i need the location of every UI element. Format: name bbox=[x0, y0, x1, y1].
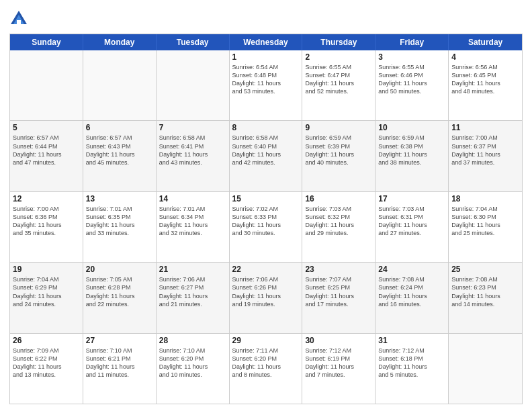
day-number: 13 bbox=[86, 194, 153, 203]
calendar-body: 1Sunrise: 6:54 AM Sunset: 6:48 PM Daylig… bbox=[10, 50, 522, 404]
day-info: Sunrise: 6:59 AM Sunset: 6:39 PM Dayligh… bbox=[305, 134, 372, 167]
day-info: Sunrise: 7:04 AM Sunset: 6:29 PM Dayligh… bbox=[13, 275, 80, 308]
day-cell-23: 23Sunrise: 7:07 AM Sunset: 6:25 PM Dayli… bbox=[302, 263, 375, 332]
day-number: 30 bbox=[305, 336, 372, 345]
day-cell-31: 31Sunrise: 7:12 AM Sunset: 6:18 PM Dayli… bbox=[375, 334, 449, 404]
day-cell-28: 28Sunrise: 7:10 AM Sunset: 6:20 PM Dayli… bbox=[157, 334, 230, 404]
day-number: 24 bbox=[378, 265, 445, 274]
day-number: 10 bbox=[378, 123, 445, 132]
day-number: 8 bbox=[232, 123, 300, 132]
day-number: 12 bbox=[13, 194, 80, 203]
day-number: 31 bbox=[378, 336, 445, 345]
day-info: Sunrise: 6:58 AM Sunset: 6:40 PM Dayligh… bbox=[232, 134, 300, 167]
day-info: Sunrise: 7:10 AM Sunset: 6:21 PM Dayligh… bbox=[86, 347, 153, 379]
day-cell-1: 1Sunrise: 6:54 AM Sunset: 6:48 PM Daylig… bbox=[230, 50, 303, 120]
day-number: 7 bbox=[159, 123, 226, 132]
day-number: 14 bbox=[159, 194, 226, 203]
day-cell-21: 21Sunrise: 7:06 AM Sunset: 6:27 PM Dayli… bbox=[157, 263, 230, 332]
empty-cell bbox=[449, 334, 522, 404]
day-cell-7: 7Sunrise: 6:58 AM Sunset: 6:41 PM Daylig… bbox=[157, 121, 230, 191]
header-day-saturday: Saturday bbox=[449, 34, 522, 50]
day-info: Sunrise: 7:05 AM Sunset: 6:28 PM Dayligh… bbox=[86, 275, 153, 308]
header-day-friday: Friday bbox=[375, 34, 449, 50]
day-cell-12: 12Sunrise: 7:00 AM Sunset: 6:36 PM Dayli… bbox=[10, 192, 83, 262]
day-info: Sunrise: 6:55 AM Sunset: 6:46 PM Dayligh… bbox=[378, 63, 445, 96]
day-info: Sunrise: 7:10 AM Sunset: 6:20 PM Dayligh… bbox=[159, 347, 226, 379]
day-number: 27 bbox=[86, 336, 153, 345]
day-info: Sunrise: 7:11 AM Sunset: 6:20 PM Dayligh… bbox=[232, 347, 300, 379]
day-info: Sunrise: 6:57 AM Sunset: 6:43 PM Dayligh… bbox=[86, 134, 153, 167]
day-cell-30: 30Sunrise: 7:12 AM Sunset: 6:19 PM Dayli… bbox=[302, 334, 375, 404]
empty-cell bbox=[157, 50, 230, 120]
day-info: Sunrise: 7:06 AM Sunset: 6:26 PM Dayligh… bbox=[232, 275, 300, 308]
day-info: Sunrise: 7:01 AM Sunset: 6:34 PM Dayligh… bbox=[159, 205, 226, 238]
calendar-header: SundayMondayTuesdayWednesdayThursdayFrid… bbox=[10, 34, 522, 50]
day-cell-6: 6Sunrise: 6:57 AM Sunset: 6:43 PM Daylig… bbox=[83, 121, 157, 191]
day-number: 5 bbox=[13, 123, 80, 132]
day-info: Sunrise: 7:12 AM Sunset: 6:19 PM Dayligh… bbox=[305, 347, 372, 379]
logo bbox=[9, 9, 30, 28]
calendar-row-3: 12Sunrise: 7:00 AM Sunset: 6:36 PM Dayli… bbox=[10, 192, 522, 263]
day-number: 20 bbox=[86, 265, 153, 274]
day-number: 16 bbox=[305, 194, 372, 203]
day-info: Sunrise: 6:57 AM Sunset: 6:44 PM Dayligh… bbox=[13, 134, 80, 167]
day-number: 26 bbox=[13, 336, 80, 345]
day-number: 11 bbox=[451, 123, 519, 132]
day-info: Sunrise: 7:08 AM Sunset: 6:23 PM Dayligh… bbox=[451, 275, 519, 308]
day-info: Sunrise: 7:01 AM Sunset: 6:35 PM Dayligh… bbox=[86, 205, 153, 238]
day-info: Sunrise: 7:12 AM Sunset: 6:18 PM Dayligh… bbox=[378, 347, 445, 379]
header-day-sunday: Sunday bbox=[10, 34, 83, 50]
day-number: 17 bbox=[378, 194, 445, 203]
day-cell-5: 5Sunrise: 6:57 AM Sunset: 6:44 PM Daylig… bbox=[10, 121, 83, 191]
day-number: 22 bbox=[232, 265, 300, 274]
day-info: Sunrise: 7:07 AM Sunset: 6:25 PM Dayligh… bbox=[305, 275, 372, 308]
day-cell-25: 25Sunrise: 7:08 AM Sunset: 6:23 PM Dayli… bbox=[449, 263, 522, 332]
calendar-row-5: 26Sunrise: 7:09 AM Sunset: 6:22 PM Dayli… bbox=[10, 334, 522, 404]
header-day-monday: Monday bbox=[83, 34, 157, 50]
day-cell-20: 20Sunrise: 7:05 AM Sunset: 6:28 PM Dayli… bbox=[83, 263, 157, 332]
day-number: 1 bbox=[232, 52, 300, 62]
day-info: Sunrise: 7:02 AM Sunset: 6:33 PM Dayligh… bbox=[232, 205, 300, 238]
day-number: 3 bbox=[378, 52, 445, 62]
calendar-row-1: 1Sunrise: 6:54 AM Sunset: 6:48 PM Daylig… bbox=[10, 50, 522, 121]
day-info: Sunrise: 7:08 AM Sunset: 6:24 PM Dayligh… bbox=[378, 275, 445, 308]
day-cell-14: 14Sunrise: 7:01 AM Sunset: 6:34 PM Dayli… bbox=[157, 192, 230, 262]
day-number: 21 bbox=[159, 265, 226, 274]
day-cell-8: 8Sunrise: 6:58 AM Sunset: 6:40 PM Daylig… bbox=[230, 121, 303, 191]
day-cell-17: 17Sunrise: 7:03 AM Sunset: 6:31 PM Dayli… bbox=[375, 192, 449, 262]
day-cell-19: 19Sunrise: 7:04 AM Sunset: 6:29 PM Dayli… bbox=[10, 263, 83, 332]
day-info: Sunrise: 6:56 AM Sunset: 6:45 PM Dayligh… bbox=[451, 63, 519, 96]
day-cell-9: 9Sunrise: 6:59 AM Sunset: 6:39 PM Daylig… bbox=[302, 121, 375, 191]
header-day-wednesday: Wednesday bbox=[230, 34, 303, 50]
day-cell-13: 13Sunrise: 7:01 AM Sunset: 6:35 PM Dayli… bbox=[83, 192, 157, 262]
header-day-thursday: Thursday bbox=[302, 34, 375, 50]
page: SundayMondayTuesdayWednesdayThursdayFrid… bbox=[0, 0, 532, 411]
calendar-row-2: 5Sunrise: 6:57 AM Sunset: 6:44 PM Daylig… bbox=[10, 121, 522, 191]
day-info: Sunrise: 7:06 AM Sunset: 6:27 PM Dayligh… bbox=[159, 275, 226, 308]
day-cell-16: 16Sunrise: 7:03 AM Sunset: 6:32 PM Dayli… bbox=[302, 192, 375, 262]
day-number: 18 bbox=[451, 194, 519, 203]
day-cell-29: 29Sunrise: 7:11 AM Sunset: 6:20 PM Dayli… bbox=[230, 334, 303, 404]
logo-icon bbox=[9, 9, 28, 28]
day-cell-4: 4Sunrise: 6:56 AM Sunset: 6:45 PM Daylig… bbox=[449, 50, 522, 120]
day-number: 15 bbox=[232, 194, 300, 203]
day-info: Sunrise: 7:04 AM Sunset: 6:30 PM Dayligh… bbox=[451, 205, 519, 238]
header bbox=[9, 7, 523, 28]
day-cell-18: 18Sunrise: 7:04 AM Sunset: 6:30 PM Dayli… bbox=[449, 192, 522, 262]
day-cell-10: 10Sunrise: 6:59 AM Sunset: 6:38 PM Dayli… bbox=[375, 121, 449, 191]
day-number: 4 bbox=[451, 52, 519, 62]
day-info: Sunrise: 7:09 AM Sunset: 6:22 PM Dayligh… bbox=[13, 347, 80, 379]
day-number: 25 bbox=[451, 265, 519, 274]
day-info: Sunrise: 6:54 AM Sunset: 6:48 PM Dayligh… bbox=[232, 63, 300, 96]
header-day-tuesday: Tuesday bbox=[157, 34, 230, 50]
day-info: Sunrise: 7:00 AM Sunset: 6:37 PM Dayligh… bbox=[451, 134, 519, 167]
day-number: 29 bbox=[232, 336, 300, 345]
day-info: Sunrise: 7:03 AM Sunset: 6:32 PM Dayligh… bbox=[305, 205, 372, 238]
day-number: 6 bbox=[86, 123, 153, 132]
day-number: 23 bbox=[305, 265, 372, 274]
day-info: Sunrise: 6:58 AM Sunset: 6:41 PM Dayligh… bbox=[159, 134, 226, 167]
day-cell-15: 15Sunrise: 7:02 AM Sunset: 6:33 PM Dayli… bbox=[230, 192, 303, 262]
day-cell-27: 27Sunrise: 7:10 AM Sunset: 6:21 PM Dayli… bbox=[83, 334, 157, 404]
day-info: Sunrise: 7:03 AM Sunset: 6:31 PM Dayligh… bbox=[378, 205, 445, 238]
svg-rect-2 bbox=[17, 20, 21, 24]
